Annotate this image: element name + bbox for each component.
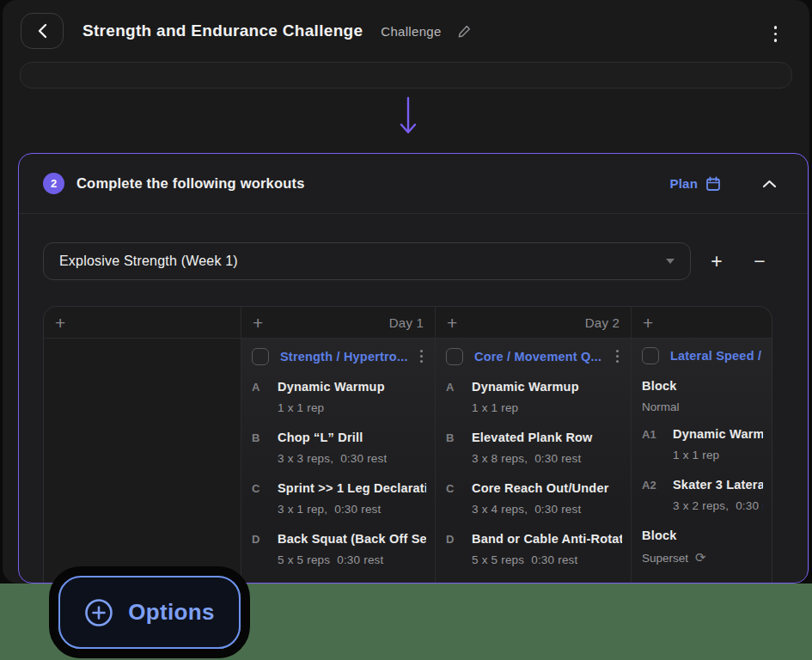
chevron-left-icon: [38, 23, 47, 39]
step-number-badge: 2: [43, 173, 64, 194]
options-button-label: Options: [128, 599, 214, 626]
day-2-workout-card: Core / Movement Q... A Dynamic Warmup1 x…: [435, 339, 631, 583]
day-1-workout-card: Strength / Hypertro... A Dynamic Warmup1…: [241, 339, 435, 583]
exercise-row[interactable]: D Back Squat (Back Off Set)5 x 5 reps 0:…: [252, 532, 426, 566]
add-workout-button[interactable]: +: [55, 314, 65, 332]
collapsed-step-card[interactable]: [20, 62, 792, 89]
workout-checkbox[interactable]: [446, 348, 463, 365]
edit-title-button[interactable]: [457, 24, 472, 39]
exercise-name: Dynamic Warmup: [278, 380, 385, 394]
block-label: Block: [642, 529, 763, 542]
workout-kebab-menu-button[interactable]: [417, 347, 426, 365]
exercise-tag: B: [252, 431, 278, 465]
exercise-name: Back Squat (Back Off Set): [278, 532, 426, 546]
step-header: 2 Complete the following workouts Plan: [19, 154, 808, 214]
exercise-row[interactable]: B Chop “L” Drill3 x 3 reps, 0:30 rest: [252, 431, 426, 465]
chevron-up-icon: [762, 180, 777, 188]
exercise-name: Core Reach Out/Under: [472, 481, 609, 495]
circle-plus-icon: [84, 598, 113, 627]
exercise-row[interactable]: C Core Reach Out/Under3 x 4 reps, 0:30 r…: [446, 481, 622, 516]
exercise-details: 3 x 4 reps, 0:30 rest: [472, 503, 609, 516]
exercise-details: 3 x 8 reps, 0:30 rest: [472, 452, 593, 465]
exercise-row[interactable]: A Dynamic Warmup1 x 1 rep: [446, 380, 622, 414]
exercise-name: Dynamic Warmup: [472, 380, 579, 394]
exercise-row[interactable]: D Band or Cable Anti-Rotati...5 x 5 reps…: [446, 532, 622, 566]
exercise-row[interactable]: A2 Skater 3 Lateral Ho3 x 2 reps, 0:30 r…: [642, 478, 763, 512]
week-selector-value: Explosive Strength (Week 1): [59, 254, 238, 269]
workout-kebab-menu-button[interactable]: [613, 347, 622, 365]
exercise-tag: A: [446, 380, 472, 414]
arrow-down-icon: [396, 96, 420, 138]
app-header: Strength and Endurance Challenge Challen…: [3, 0, 809, 62]
exercise-row[interactable]: C Sprint >> 1 Leg Declarations3 x 1 rep,…: [252, 481, 426, 516]
add-workout-button[interactable]: +: [253, 314, 263, 332]
exercise-row[interactable]: A1 Dynamic Warmup1 x 1 rep: [642, 427, 763, 461]
workout-title[interactable]: Lateral Speed / Ply: [670, 349, 763, 363]
exercise-details: 1 x 1 rep: [472, 401, 579, 414]
step-title: Complete the following workouts: [76, 175, 305, 192]
collapse-step-button[interactable]: [762, 180, 777, 188]
day-label: Day 1: [389, 315, 424, 330]
caret-down-icon: [666, 259, 675, 264]
block-mode: Normal: [642, 400, 763, 413]
exercise-row[interactable]: A Dynamic Warmup1 x 1 rep: [252, 380, 426, 414]
exercise-tag: D: [252, 532, 278, 566]
board-body-row: Strength / Hypertro... A Dynamic Warmup1…: [44, 339, 772, 583]
block-label: Block: [642, 379, 763, 393]
options-highlight-outline: Options: [49, 566, 250, 658]
exercise-details: 1 x 1 rep: [278, 401, 385, 414]
exercise-details: 3 x 2 reps, 0:30 re: [673, 499, 763, 512]
exercise-tag: C: [252, 481, 278, 516]
day-label: Day 2: [585, 315, 620, 330]
exercise-tag: C: [446, 481, 472, 516]
exercise-tag: B: [446, 431, 472, 465]
exercise-details: 3 x 3 reps, 0:30 rest: [278, 452, 387, 465]
workout-title[interactable]: Core / Movement Q...: [474, 350, 607, 364]
exercise-details: 1 x 1 rep: [673, 449, 763, 461]
remove-week-button[interactable]: −: [742, 244, 777, 278]
block-mode: Superset ⟳: [642, 550, 763, 565]
app-window: Strength and Endurance Challenge Challen…: [3, 0, 809, 584]
workouts-board: + + Day 1 + Day 2 +: [43, 306, 772, 583]
exercise-row[interactable]: B Elevated Plank Row3 x 8 reps, 0:30 res…: [446, 431, 622, 465]
exercise-name: Dynamic Warmup: [673, 427, 763, 441]
add-workout-button[interactable]: +: [447, 314, 457, 332]
step-2-card: 2 Complete the following workouts Plan: [18, 153, 809, 584]
add-workout-button[interactable]: +: [643, 314, 653, 332]
exercise-name: Chop “L” Drill: [278, 431, 387, 444]
add-week-button[interactable]: +: [699, 244, 734, 278]
exercise-tag: A2: [642, 478, 673, 512]
exercise-tag: A1: [642, 427, 673, 461]
back-button[interactable]: [21, 13, 64, 49]
workout-checkbox[interactable]: [642, 347, 659, 364]
day-3-workout-card: Lateral Speed / Ply Block Normal A1 Dyna…: [631, 339, 772, 583]
challenge-type-label: Challenge: [381, 24, 441, 39]
exercise-name: Skater 3 Lateral Ho: [673, 478, 763, 492]
exercise-name: Sprint >> 1 Leg Declarations: [278, 481, 426, 495]
exercise-name: Band or Cable Anti-Rotati...: [472, 532, 622, 546]
plan-button[interactable]: Plan: [670, 176, 721, 192]
exercise-details: 5 x 5 reps 0:30 rest: [278, 553, 426, 566]
workout-checkbox[interactable]: [252, 348, 269, 365]
board-header-row: + + Day 1 + Day 2 +: [44, 307, 772, 339]
header-kebab-menu-button[interactable]: [771, 22, 781, 46]
week-selector-dropdown[interactable]: Explosive Strength (Week 1): [43, 242, 691, 280]
plan-label: Plan: [670, 176, 698, 191]
exercise-tag: A: [252, 380, 278, 414]
pencil-icon: [457, 24, 472, 39]
exercise-name: Elevated Plank Row: [472, 431, 593, 444]
exercise-tag: D: [446, 532, 472, 566]
exercise-details: 3 x 1 rep, 0:30 rest: [278, 503, 426, 516]
exercise-details: 5 x 5 reps 0:30 rest: [472, 553, 622, 566]
options-button[interactable]: Options: [58, 576, 241, 649]
calendar-icon: [705, 176, 721, 192]
workout-title[interactable]: Strength / Hypertro...: [280, 350, 412, 364]
superset-cycle-icon: ⟳: [695, 550, 706, 565]
page-title: Strength and Endurance Challenge: [82, 21, 363, 40]
empty-day-cell: [44, 339, 241, 583]
